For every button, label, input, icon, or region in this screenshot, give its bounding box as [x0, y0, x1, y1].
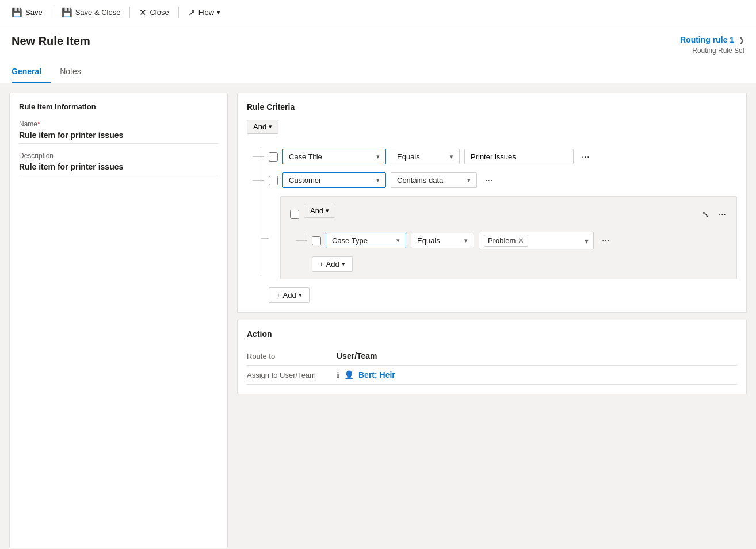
- nested-h-line-1: [296, 240, 307, 241]
- customer-operator-dropdown[interactable]: Contains data ▾: [391, 172, 477, 188]
- route-to-label: Route to: [247, 352, 327, 360]
- row-1-checkbox[interactable]: [269, 152, 278, 162]
- user-icon: 👤: [344, 370, 354, 379]
- equals-chevron-icon: ▾: [450, 153, 453, 160]
- and-chevron-icon: ▾: [269, 123, 272, 130]
- outer-add-chevron-icon: ▾: [299, 291, 302, 299]
- name-value: Rule item for printer issues: [19, 130, 218, 144]
- separator-3: [178, 7, 179, 18]
- route-to-row: Route to User/Team: [247, 347, 737, 366]
- assign-value-area: ℹ 👤 Bert; Heir: [337, 370, 395, 379]
- nested-group-header: And ▾ ⤡ ···: [290, 204, 730, 225]
- save-label: Save: [25, 8, 43, 17]
- outer-add-icon: +: [276, 291, 281, 300]
- tabs: General Notes: [12, 62, 744, 83]
- case-type-value-area[interactable]: Problem ✕ ▾: [479, 232, 594, 249]
- left-panel: Rule Item Information Name* Rule item fo…: [9, 93, 228, 548]
- action-panel: Action Route to User/Team Assign to User…: [237, 320, 747, 394]
- close-button[interactable]: ✕ Close: [135, 5, 173, 20]
- outer-add-button[interactable]: + Add ▾: [269, 287, 310, 303]
- rule-criteria-panel: Rule Criteria And ▾ Case Title ▾: [237, 93, 747, 313]
- right-panels: Rule Criteria And ▾ Case Title ▾: [237, 93, 747, 548]
- nested-add-icon: +: [319, 260, 324, 268]
- collapse-button[interactable]: ⤡: [701, 208, 711, 221]
- criteria-rows-container: Case Title ▾ Equals ▾ ··· Customer: [253, 149, 737, 303]
- problem-chip: Problem ✕: [484, 235, 528, 247]
- problem-chip-remove[interactable]: ✕: [518, 236, 524, 245]
- flow-chevron-icon: ▾: [217, 9, 220, 16]
- close-label: Close: [150, 8, 169, 17]
- case-type-operator-dropdown[interactable]: Equals ▾: [411, 233, 474, 248]
- name-field-group: Name* Rule item for printer issues: [19, 120, 218, 144]
- flow-button[interactable]: ↗ Flow ▾: [184, 5, 225, 20]
- nested-row-1: Case Type ▾ Equals ▾ Problem: [296, 232, 730, 249]
- save-icon: 💾: [12, 7, 22, 18]
- assign-row: Assign to User/Team ℹ 👤 Bert; Heir: [247, 366, 737, 385]
- separator-1: [52, 7, 52, 18]
- value-area-chevron-icon[interactable]: ▾: [585, 236, 589, 245]
- action-title: Action: [247, 329, 737, 339]
- case-title-dropdown[interactable]: Case Title ▾: [282, 149, 386, 164]
- outer-add-label: Add: [283, 291, 296, 300]
- description-value: Rule item for printer issues: [19, 162, 218, 175]
- nested-vertical-line: [304, 232, 304, 241]
- nested-group-checkbox[interactable]: [290, 210, 299, 219]
- customer-chevron-icon: ▾: [376, 176, 380, 184]
- rule-criteria-title: Rule Criteria: [247, 102, 737, 112]
- routing-rule-set-label: Routing Rule Set: [680, 46, 744, 56]
- close-icon: ✕: [139, 7, 147, 18]
- outer-add-area: + Add ▾: [269, 287, 737, 303]
- case-title-operator-dropdown[interactable]: Equals ▾: [391, 149, 460, 164]
- rule-item-info-title: Rule Item Information: [19, 102, 218, 111]
- nested-group-container: And ▾ ⤡ ···: [280, 196, 737, 279]
- routing-rule-area: Routing rule 1 ❯ Routing Rule Set: [680, 34, 744, 55]
- route-to-value: User/Team: [337, 351, 377, 360]
- customer-dropdown[interactable]: Customer ▾: [282, 172, 386, 188]
- nested-h-connector: [261, 238, 269, 239]
- description-field-group: Description Rule item for printer issues: [19, 152, 218, 175]
- description-label: Description: [19, 152, 218, 160]
- nested-row-more-button[interactable]: ···: [598, 235, 613, 247]
- routing-rule-chevron-icon: ❯: [739, 36, 744, 44]
- tab-notes[interactable]: Notes: [51, 62, 90, 83]
- save-close-button[interactable]: 💾 Save & Close: [57, 5, 125, 20]
- nested-v-line: [261, 196, 261, 238]
- criteria-row-1: Case Title ▾ Equals ▾ ···: [253, 149, 737, 164]
- case-title-value-input[interactable]: [464, 149, 574, 164]
- assign-to-label: Assign to User/Team: [247, 371, 327, 379]
- tab-general[interactable]: General: [12, 62, 51, 83]
- nested-add-label: Add: [326, 260, 339, 268]
- page-title: New Rule Item: [12, 34, 90, 48]
- routing-rule-link[interactable]: Routing rule 1: [680, 35, 734, 44]
- nested-group-actions: ⤡ ···: [701, 208, 730, 221]
- case-title-more-button[interactable]: ···: [578, 151, 593, 163]
- case-type-dropdown[interactable]: Case Type ▾: [326, 233, 406, 248]
- and-button[interactable]: And ▾: [247, 120, 278, 134]
- assign-user-link[interactable]: Bert; Heir: [358, 370, 395, 379]
- nested-row-1-checkbox[interactable]: [312, 236, 321, 245]
- required-asterisk: *: [37, 120, 40, 128]
- case-type-equals-chevron-icon: ▾: [464, 237, 468, 244]
- toolbar: 💾 Save 💾 Save & Close ✕ Close ↗ Flow ▾: [0, 0, 756, 25]
- case-title-chevron-icon: ▾: [376, 153, 380, 160]
- flow-icon: ↗: [188, 7, 196, 18]
- contains-chevron-icon: ▾: [467, 176, 471, 184]
- h-line-1: [253, 156, 264, 157]
- case-type-chevron-icon: ▾: [396, 237, 400, 244]
- nested-add-area: + Add ▾: [312, 256, 730, 272]
- criteria-row-2: Customer ▾ Contains data ▾ ···: [253, 172, 737, 188]
- row-2-checkbox[interactable]: [269, 176, 278, 185]
- name-label: Name*: [19, 120, 218, 128]
- flow-label: Flow: [198, 8, 214, 17]
- nested-group-more-button[interactable]: ···: [715, 208, 730, 221]
- separator-2: [129, 7, 130, 18]
- nested-and-chevron-icon: ▾: [326, 207, 329, 214]
- info-icon: ℹ: [337, 371, 339, 379]
- nested-add-chevron-icon: ▾: [342, 260, 345, 268]
- save-button[interactable]: 💾 Save: [7, 5, 47, 20]
- nested-group: And ▾ ⤡ ···: [269, 196, 737, 279]
- nested-and-button[interactable]: And ▾: [304, 204, 335, 218]
- nested-add-button[interactable]: + Add ▾: [312, 256, 353, 272]
- customer-more-button[interactable]: ···: [482, 174, 496, 187]
- page-header: New Rule Item Routing rule 1 ❯ Routing R…: [0, 25, 756, 83]
